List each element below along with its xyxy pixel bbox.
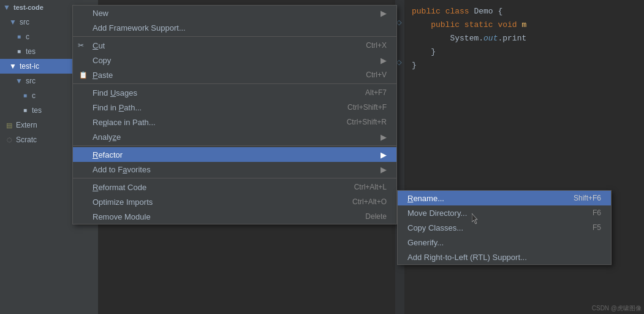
menu-item-cut[interactable]: ✂ Cut Ctrl+X (73, 38, 396, 53)
submenu-arrow-icon: ▶ (381, 165, 387, 174)
menu-item-label: Remove Module (93, 212, 151, 221)
submenu-item-move-dir[interactable]: Move Directory... F6 (398, 205, 611, 220)
tree-item-label: test-ic (20, 60, 39, 72)
menu-item-shortcut: Ctrl+Alt+O (328, 197, 387, 206)
menu-item-shortcut: Ctrl+Alt+L (330, 183, 387, 191)
gutter-arrow: ◇ (396, 18, 401, 26)
menu-item-label: Cut (93, 41, 105, 50)
menu-item-replace-in-path[interactable]: Replace in Path... Ctrl+Shift+R (73, 115, 396, 129)
submenu-item-shortcut: Shift+F6 (549, 194, 601, 202)
submenu-arrow-icon: ▶ (381, 150, 387, 159)
menu-separator-3 (73, 145, 396, 146)
code-line-1: public class Demo { (412, 5, 637, 18)
paste-icon: 📋 (79, 71, 88, 79)
menu-item-label: Add to Favorites (93, 165, 151, 174)
tree-item-label: src (26, 75, 36, 87)
menu-item-shortcut: Ctrl+Shift+F (323, 103, 387, 112)
tree-item-label: c (32, 90, 36, 102)
submenu-arrow-icon: ▶ (381, 56, 387, 65)
menu-separator-1 (73, 36, 396, 37)
submenu-item-copy-classes[interactable]: Copy Classes... F5 (398, 220, 611, 235)
menu-item-label: Optimize Imports (93, 197, 153, 207)
code-line-3: System.out.print (412, 32, 637, 45)
file-icon: ■ (15, 47, 23, 56)
menu-item-add-framework[interactable]: Add Framework Support... (73, 20, 396, 35)
submenu-item-shortcut: F6 (568, 209, 601, 217)
cut-icon: ✂ (78, 41, 84, 50)
menu-item-find-usages[interactable]: Find Usages Alt+F7 (73, 85, 396, 100)
code-line-4: } (412, 45, 637, 59)
menu-item-label: Add Framework Support... (93, 23, 186, 33)
tree-item-label: tes (32, 104, 42, 117)
menu-item-shortcut: Delete (341, 212, 387, 221)
menu-item-label: Find in Path... (93, 103, 142, 112)
folder-icon: ▼ (2, 3, 11, 12)
submenu-item-label: Generify... (407, 238, 444, 247)
file-icon: ■ (21, 106, 29, 115)
menu-item-label: Copy (93, 56, 111, 65)
menu-item-copy[interactable]: Copy ▶ (73, 53, 396, 67)
submenu-arrow-icon: ▶ (381, 132, 387, 142)
folder-open-icon: ▼ (9, 18, 17, 26)
submenu-item-shortcut: F5 (568, 223, 601, 232)
menu-item-label: Reformat Code (93, 183, 146, 192)
tree-item-label: Scratc (16, 134, 37, 146)
submenu-item-rename[interactable]: Rename... Shift+F6 (398, 191, 611, 205)
folder-open-icon: ▼ (9, 62, 17, 71)
file-icon: ■ (15, 33, 23, 41)
folder-icon: ▼ (15, 77, 23, 85)
context-menu: New ▶ Add Framework Support... ✂ Cut Ctr… (72, 5, 397, 224)
submenu-item-label: Add Right-to-Left (RTL) Support... (407, 253, 527, 262)
gutter-arrow2: ◇ (396, 58, 401, 66)
submenu-arrow-icon: ▶ (381, 9, 387, 18)
menu-item-find-in-path[interactable]: Find in Path... Ctrl+Shift+F (73, 100, 396, 115)
menu-item-remove-module[interactable]: Remove Module Delete (73, 209, 396, 224)
tree-item-label: Extern (16, 119, 37, 131)
menu-item-shortcut: Alt+F7 (341, 88, 387, 97)
menu-separator-4 (73, 178, 396, 178)
watermark: CSDN @虎啸图像 (592, 304, 642, 313)
menu-item-label: Refactor (93, 150, 123, 159)
scratch-icon: ◌ (5, 136, 13, 144)
submenu-item-label: Rename... (407, 194, 444, 203)
menu-item-shortcut: Ctrl+V (341, 71, 387, 79)
menu-item-optimize[interactable]: Optimize Imports Ctrl+Alt+O (73, 194, 396, 209)
code-editor: public class Demo { public static void m… (404, 0, 644, 314)
menu-separator-2 (73, 83, 396, 84)
tree-item-label: tes (26, 45, 36, 58)
menu-item-label: Paste (93, 71, 113, 80)
code-line-5: } (412, 59, 637, 72)
submenu-item-label: Move Directory... (407, 209, 467, 218)
code-line-2: public static void m (412, 18, 637, 32)
menu-item-label: New (93, 9, 108, 18)
menu-item-shortcut: Ctrl+Shift+R (322, 118, 387, 126)
menu-item-reformat[interactable]: Reformat Code Ctrl+Alt+L (73, 180, 396, 194)
menu-item-new[interactable]: New ▶ (73, 6, 396, 20)
menu-item-paste[interactable]: 📋 Paste Ctrl+V (73, 67, 396, 82)
menu-item-add-favorites[interactable]: Add to Favorites ▶ (73, 162, 396, 177)
tree-root-label: test-code (13, 1, 44, 13)
refactor-submenu: Rename... Shift+F6 Move Directory... F6 … (397, 190, 612, 265)
menu-item-label: Analyze (93, 132, 121, 142)
library-icon: ▤ (5, 121, 13, 129)
menu-item-refactor[interactable]: Refactor ▶ (73, 147, 396, 162)
menu-item-label: Replace in Path... (93, 118, 156, 127)
menu-item-analyze[interactable]: Analyze ▶ (73, 129, 396, 144)
menu-item-label: Find Usages (93, 88, 137, 98)
submenu-item-add-rtl[interactable]: Add Right-to-Left (RTL) Support... (398, 250, 611, 264)
menu-item-shortcut: Ctrl+X (341, 41, 387, 50)
submenu-item-label: Copy Classes... (407, 223, 463, 232)
submenu-item-generify[interactable]: Generify... (398, 235, 611, 250)
tree-item-label: c (26, 31, 29, 43)
tree-item-label: src (20, 16, 29, 28)
file-icon: ■ (21, 91, 29, 100)
